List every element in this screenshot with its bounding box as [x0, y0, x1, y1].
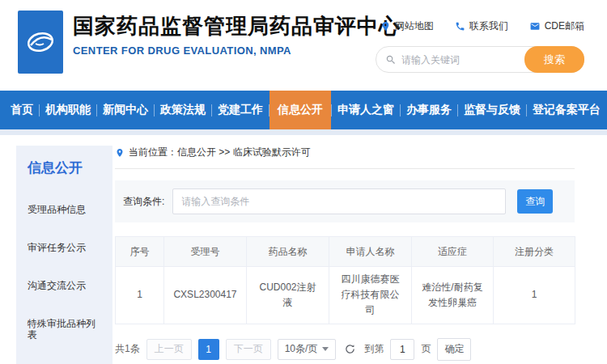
- cell-registration-class: 1: [494, 267, 575, 324]
- table-header-row: 序号 受理号 药品名称 申请人名称 适应症 注册分类: [116, 237, 575, 267]
- location-pin-icon: [115, 148, 125, 158]
- col-header-applicant: 申请人名称: [329, 237, 412, 267]
- refresh-icon[interactable]: [344, 343, 356, 355]
- chevron-down-icon: [322, 347, 329, 351]
- cell-indication: 难治性/耐药复发性卵巢癌: [412, 267, 494, 324]
- main-nav: 首页 机构职能 新闻中心 政策法规 党建工作 信息公开 申请人之窗 办事服务 监…: [0, 91, 607, 129]
- sidebar-item-accepted-varieties[interactable]: 受理品种信息: [16, 204, 112, 215]
- sidebar: 信息公开 受理品种信息 审评任务公示 沟通交流公示 特殊审批品种列表 优先审评公…: [16, 146, 112, 364]
- nav-item-functions[interactable]: 机构职能: [40, 91, 96, 129]
- cde-logo: [18, 11, 63, 74]
- cde-swan-logo-icon: [23, 26, 58, 58]
- site-header: 国家药品监督管理局药品审评中心 CENTER FOR DRUG EVALUATI…: [0, 0, 607, 91]
- nav-item-home[interactable]: 首页: [5, 91, 39, 129]
- pagination: 共1条 上一页 1 下一页 10条/页 到第 页 确定: [115, 338, 575, 361]
- table-row: 1 CXSL2300417 CUD002注射液 四川康德赛医疗科技有限公司 难治…: [116, 267, 575, 324]
- cell-serial: 1: [116, 267, 164, 324]
- main-content: 当前位置：信息公开 >> 临床试验默示许可 查询条件: 查询 序号 受理号 药品…: [115, 146, 575, 361]
- sidebar-item-special-approval-list[interactable]: 特殊审批品种列表: [16, 318, 112, 341]
- cde-mailbox-link[interactable]: CDE邮箱: [529, 19, 584, 33]
- nav-item-party-building[interactable]: 党建工作: [212, 91, 269, 129]
- nav-item-news[interactable]: 新闻中心: [97, 91, 154, 129]
- search-icon: [385, 54, 397, 66]
- goto-page-prefix: 到第: [364, 342, 384, 356]
- nav-item-policies[interactable]: 政策法规: [155, 91, 211, 129]
- query-label: 查询条件:: [123, 195, 164, 209]
- col-header-serial: 序号: [116, 237, 164, 267]
- goto-page-input[interactable]: [390, 339, 414, 360]
- header-search-button[interactable]: 搜索: [524, 46, 584, 73]
- cell-applicant: 四川康德赛医疗科技有限公司: [329, 267, 412, 324]
- query-panel: 查询条件: 查询: [115, 180, 575, 222]
- sitemap-link-label: 网站地图: [395, 19, 434, 33]
- breadcrumb: 当前位置：信息公开 >> 临床试验默示许可: [115, 146, 575, 169]
- results-table: 序号 受理号 药品名称 申请人名称 适应症 注册分类 1 CXSL2300417…: [115, 236, 575, 324]
- query-button[interactable]: 查询: [517, 189, 553, 214]
- site-title-block: 国家药品监督管理局药品审评中心 CENTER FOR DRUG EVALUATI…: [73, 14, 401, 57]
- cell-acceptance-no: CXSL2300417: [164, 267, 247, 324]
- contact-us-link[interactable]: 联系我们: [455, 19, 508, 33]
- nav-item-applicant-window[interactable]: 申请人之窗: [332, 91, 400, 129]
- col-header-indication: 适应症: [412, 237, 494, 267]
- sidebar-item-review-tasks[interactable]: 审评任务公示: [16, 242, 112, 253]
- nav-item-services[interactable]: 办事服务: [401, 91, 457, 129]
- envelope-icon: [529, 21, 541, 32]
- page-size-select[interactable]: 10条/页: [278, 339, 337, 360]
- header-quick-links: 网站地图 联系我们 CDE邮箱: [380, 19, 584, 33]
- phone-icon: [455, 21, 465, 32]
- sidebar-title: 信息公开: [16, 146, 112, 177]
- sidebar-item-communication[interactable]: 沟通交流公示: [16, 280, 112, 291]
- header-search-bar: 搜索: [376, 46, 584, 73]
- col-header-acceptance-no: 受理号: [164, 237, 247, 267]
- next-page-button[interactable]: 下一页: [226, 339, 271, 360]
- location-pin-icon: [380, 21, 391, 32]
- col-header-drug-name: 药品名称: [247, 237, 329, 267]
- col-header-registration-class: 注册分类: [494, 237, 575, 267]
- site-title: 国家药品监督管理局药品审评中心: [73, 14, 401, 39]
- nav-bottom-strip: [0, 129, 607, 135]
- pagination-total: 共1条: [115, 342, 140, 356]
- nav-item-information-disclosure[interactable]: 信息公开: [270, 91, 331, 129]
- sitemap-link[interactable]: 网站地图: [380, 19, 434, 33]
- cell-drug-name: CUD002注射液: [247, 267, 329, 324]
- cde-mailbox-link-label: CDE邮箱: [545, 19, 584, 33]
- site-subtitle: CENTER FOR DRUG EVALUATION, NMPA: [73, 44, 401, 57]
- nav-item-registration-platform[interactable]: 登记备案平台: [527, 91, 606, 129]
- nav-item-supervision-feedback[interactable]: 监督与反馈: [458, 91, 526, 129]
- query-input[interactable]: [172, 188, 506, 214]
- contact-us-link-label: 联系我们: [469, 19, 508, 33]
- prev-page-button[interactable]: 上一页: [146, 339, 192, 360]
- breadcrumb-text: 当前位置：信息公开 >> 临床试验默示许可: [129, 146, 311, 159]
- goto-page-suffix: 页: [421, 342, 431, 356]
- page-size-value: 10条/页: [285, 342, 318, 356]
- current-page-button[interactable]: 1: [198, 339, 219, 360]
- goto-confirm-button[interactable]: 确定: [437, 338, 471, 361]
